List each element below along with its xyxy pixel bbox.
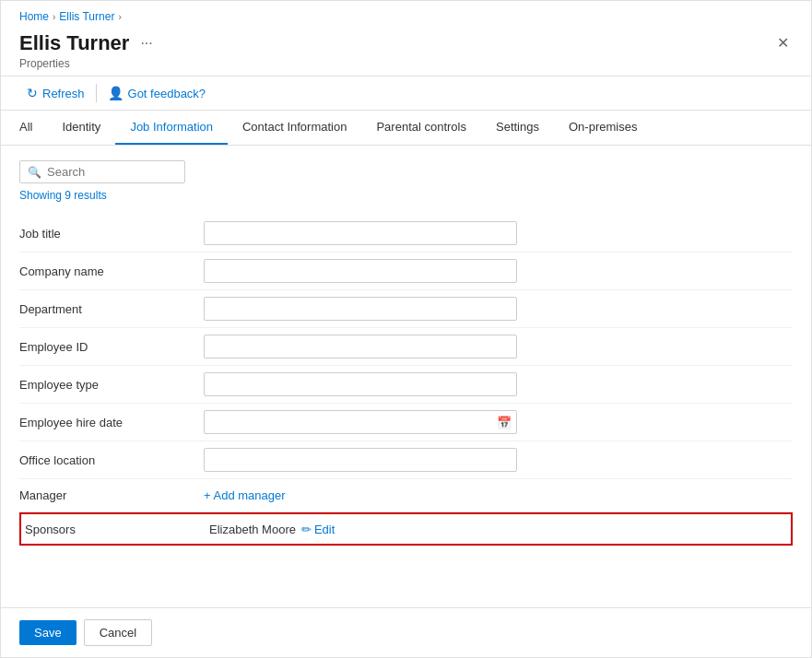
label-hire-date: Employee hire date <box>19 416 204 429</box>
form-row-office-location: Office location <box>19 441 793 479</box>
form-row-hire-date: Employee hire date 📅 <box>19 404 793 441</box>
tab-contact-information[interactable]: Contact Information <box>228 111 361 145</box>
form-row-job-title: Job title <box>19 215 793 253</box>
form-table: Job title Company name Department <box>19 215 793 546</box>
label-manager: Manager <box>19 488 204 502</box>
page-title: Ellis Turner <box>19 31 129 55</box>
value-employee-id <box>204 335 793 358</box>
page-title-row: Ellis Turner ··· ✕ <box>1 27 811 57</box>
refresh-button[interactable]: ↻ Refresh <box>19 82 92 104</box>
label-department: Department <box>19 302 204 316</box>
content: 🔍 Showing 9 results Job title Company na… <box>1 146 811 560</box>
form-row-department: Department <box>19 290 793 328</box>
value-office-location <box>204 448 793 472</box>
toolbar: ↻ Refresh 👤 Got feedback? <box>1 76 811 111</box>
form-row-manager: Manager + Add manager <box>19 479 793 512</box>
search-input[interactable] <box>47 165 177 179</box>
breadcrumb-user[interactable]: Ellis Turner <box>59 10 114 23</box>
input-hire-date[interactable] <box>204 410 517 434</box>
breadcrumb-chevron: › <box>53 12 55 22</box>
value-company-name <box>204 259 793 283</box>
breadcrumb: Home › Ellis Turner › <box>1 1 811 27</box>
feedback-button[interactable]: 👤 Got feedback? <box>100 82 214 104</box>
breadcrumb-home[interactable]: Home <box>19 10 49 23</box>
label-office-location: Office location <box>19 453 204 467</box>
page-title-left: Ellis Turner ··· <box>19 31 157 55</box>
input-office-location[interactable] <box>204 448 517 472</box>
input-department[interactable] <box>204 297 517 321</box>
value-employee-type <box>204 372 793 396</box>
form-row-sponsors: Sponsors Elizabeth Moore ✏ Edit <box>19 512 793 546</box>
form-row-employee-type: Employee type <box>19 366 793 404</box>
properties-label: Properties <box>1 57 811 76</box>
input-employee-id[interactable] <box>204 335 517 358</box>
page-wrapper: Home › Ellis Turner › Ellis Turner ··· ✕… <box>0 0 812 658</box>
tab-identity[interactable]: Identity <box>47 111 115 145</box>
footer: Save Cancel <box>1 607 811 657</box>
label-job-title: Job title <box>19 227 204 241</box>
edit-sponsors-button[interactable]: ✏ Edit <box>301 523 335 536</box>
form-row-employee-id: Employee ID <box>19 328 793 366</box>
search-icon: 🔍 <box>28 166 41 179</box>
add-manager-button[interactable]: + Add manager <box>204 488 286 502</box>
label-employee-id: Employee ID <box>19 340 204 354</box>
sponsors-value: Elizabeth Moore ✏ Edit <box>209 523 787 536</box>
toolbar-separator <box>96 84 97 102</box>
feedback-label: Got feedback? <box>128 87 206 100</box>
date-input-wrapper: 📅 <box>204 410 517 434</box>
input-company-name[interactable] <box>204 259 517 283</box>
refresh-label: Refresh <box>42 87 85 100</box>
tab-on-premises[interactable]: On-premises <box>554 111 652 145</box>
label-employee-type: Employee type <box>19 378 204 392</box>
label-company-name: Company name <box>19 264 204 278</box>
breadcrumb-chevron2: › <box>118 12 121 22</box>
label-sponsors: Sponsors <box>25 523 209 536</box>
value-job-title <box>204 221 793 245</box>
tab-settings[interactable]: Settings <box>481 111 554 145</box>
tab-job-information[interactable]: Job Information <box>115 111 228 145</box>
feedback-icon: 👤 <box>108 86 124 100</box>
value-manager: + Add manager <box>204 488 793 502</box>
input-job-title[interactable] <box>204 221 517 245</box>
input-employee-type[interactable] <box>204 372 517 396</box>
sponsor-name: Elizabeth Moore <box>209 523 296 536</box>
value-sponsors: Elizabeth Moore ✏ Edit <box>209 523 787 536</box>
cancel-button[interactable]: Cancel <box>84 619 152 646</box>
save-button[interactable]: Save <box>19 620 76 645</box>
refresh-icon: ↻ <box>27 86 38 100</box>
tabs: All Identity Job Information Contact Inf… <box>1 111 811 146</box>
value-department <box>204 297 793 321</box>
ellipsis-button[interactable]: ··· <box>136 33 156 53</box>
search-wrapper: 🔍 <box>19 160 793 183</box>
close-button[interactable]: ✕ <box>773 30 793 55</box>
results-count: Showing 9 results <box>19 189 793 202</box>
edit-label: Edit <box>314 523 335 536</box>
search-box: 🔍 <box>19 160 185 183</box>
form-row-company-name: Company name <box>19 253 793 290</box>
value-hire-date: 📅 <box>204 410 793 434</box>
pencil-icon: ✏ <box>301 523 312 536</box>
tab-parental-controls[interactable]: Parental controls <box>361 111 481 145</box>
tab-all[interactable]: All <box>19 111 47 145</box>
